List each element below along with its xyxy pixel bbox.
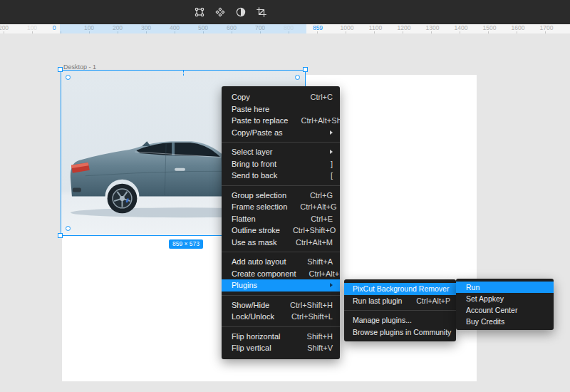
corner-radius-handle-top-left[interactable] bbox=[66, 75, 71, 80]
menu-item-create-component[interactable]: Create componentCtrl+Alt+K bbox=[222, 268, 340, 280]
plugins-submenu: PixCut Background RemoverRun last plugin… bbox=[344, 279, 456, 341]
menu-item-label: Browse plugins in Community bbox=[353, 326, 451, 339]
menu-item-run-last-plugin[interactable]: Run last pluginCtrl+Alt+P bbox=[344, 295, 456, 307]
menu-item-add-auto-layout[interactable]: Add auto layoutShift+A bbox=[222, 256, 340, 268]
menu-item-paste-here[interactable]: Paste here bbox=[222, 103, 340, 115]
menu-item-shortcut: Shift+V bbox=[307, 342, 333, 354]
menu-item-flip-vertical[interactable]: Flip verticalShift+V bbox=[222, 342, 340, 354]
menu-item-run[interactable]: Run bbox=[456, 282, 554, 293]
selection-handle-bottom-left[interactable] bbox=[58, 233, 63, 238]
menu-item-flatten[interactable]: FlattenCtrl+E bbox=[222, 213, 340, 225]
ruler-label: 1000 bbox=[341, 25, 354, 31]
menu-separator bbox=[222, 142, 340, 143]
menu-separator bbox=[222, 252, 340, 252]
ruler-label: 500 bbox=[198, 25, 208, 31]
menu-item-label: Set Appkey bbox=[466, 293, 546, 304]
top-midpoint-marker bbox=[183, 71, 184, 76]
ruler-label: 859 bbox=[313, 25, 323, 31]
menu-item-label: Paste here bbox=[232, 103, 333, 115]
menu-item-label: Plugins bbox=[232, 279, 321, 292]
mask-icon[interactable] bbox=[235, 6, 247, 18]
horizontal-ruler: 2001000100200300400500600700800859100011… bbox=[0, 24, 570, 33]
ruler-label: 200 bbox=[0, 25, 9, 31]
menu-item-shortcut: Ctrl+G bbox=[310, 190, 333, 202]
ruler-label: 300 bbox=[141, 25, 151, 31]
selection-handle-top-right[interactable] bbox=[303, 67, 308, 72]
menu-item-paste-to-replace[interactable]: Paste to replaceCtrl+Alt+Shift+V bbox=[222, 115, 340, 127]
menu-item-select-layer[interactable]: Select layer bbox=[222, 146, 340, 158]
menu-item-label: Copy bbox=[232, 91, 298, 103]
menu-item-label: Show/Hide bbox=[232, 299, 277, 311]
menu-item-shortcut: Ctrl+Shift+L bbox=[291, 311, 333, 323]
menu-item-label: Send to back bbox=[232, 170, 318, 182]
menu-item-manage-plugins[interactable]: Manage plugins... bbox=[344, 314, 456, 326]
submenu-arrow-icon bbox=[330, 130, 333, 135]
edit-object-icon[interactable] bbox=[194, 6, 205, 18]
menu-item-set-appkey[interactable]: Set Appkey bbox=[456, 293, 554, 304]
menu-item-buy-credits[interactable]: Buy Credits bbox=[456, 316, 554, 327]
menu-item-label: Account Center bbox=[466, 304, 546, 316]
ruler-label: 1100 bbox=[369, 25, 382, 31]
menu-item-label: Run bbox=[466, 282, 546, 293]
menu-item-show-hide[interactable]: Show/HideCtrl+Shift+H bbox=[222, 299, 340, 311]
menu-item-label: Use as mask bbox=[232, 237, 283, 249]
menu-item-frame-selection[interactable]: Frame selectionCtrl+Alt+G bbox=[222, 201, 340, 213]
menu-item-label: Bring to front bbox=[232, 158, 318, 170]
submenu-arrow-icon bbox=[330, 283, 333, 287]
menu-item-copy[interactable]: CopyCtrl+C bbox=[222, 91, 340, 103]
menu-separator bbox=[344, 310, 456, 311]
ruler-label: 1400 bbox=[455, 25, 468, 31]
menu-item-pixcut-background-remover[interactable]: PixCut Background Remover bbox=[344, 283, 456, 295]
menu-item-label: Outline stroke bbox=[232, 225, 280, 237]
corner-radius-handle-bottom-left[interactable] bbox=[66, 226, 71, 231]
menu-item-label: Add auto layout bbox=[232, 256, 294, 268]
menu-item-shortcut: Shift+H bbox=[307, 331, 333, 343]
menu-item-copy-paste-as[interactable]: Copy/Paste as bbox=[222, 127, 340, 139]
menu-item-plugins[interactable]: Plugins bbox=[222, 279, 340, 292]
menu-item-label: Manage plugins... bbox=[353, 314, 450, 326]
menu-item-shortcut: Ctrl+Alt+G bbox=[300, 201, 336, 213]
menu-item-shortcut: Ctrl+Alt+P bbox=[416, 295, 450, 307]
ruler-label: 400 bbox=[170, 25, 180, 31]
menu-separator bbox=[222, 295, 340, 296]
corner-radius-handle-top-right[interactable] bbox=[295, 75, 300, 80]
menu-item-shortcut: [ bbox=[331, 170, 333, 182]
menu-item-outline-stroke[interactable]: Outline strokeCtrl+Shift+O bbox=[222, 225, 340, 237]
menu-separator bbox=[222, 326, 340, 327]
menu-item-shortcut: Ctrl+Shift+O bbox=[293, 225, 336, 237]
component-icon[interactable] bbox=[214, 6, 226, 18]
menu-item-label: Group selection bbox=[232, 190, 297, 202]
menu-item-label: Select layer bbox=[232, 146, 321, 158]
menu-item-lock-unlock[interactable]: Lock/UnlockCtrl+Shift+L bbox=[222, 311, 340, 323]
menu-item-send-to-back[interactable]: Send to back[ bbox=[222, 170, 340, 182]
selection-handle-top-left[interactable] bbox=[58, 67, 63, 72]
menu-item-flip-horizontal[interactable]: Flip horizontalShift+H bbox=[222, 331, 340, 343]
menu-item-label: PixCut Background Remover bbox=[353, 283, 449, 295]
top-toolbar bbox=[0, 0, 570, 24]
menu-item-account-center[interactable]: Account Center bbox=[456, 304, 554, 316]
ruler-label: 100 bbox=[84, 25, 94, 31]
menu-item-browse-plugins-in-community[interactable]: Browse plugins in Community bbox=[344, 326, 456, 339]
size-badge: 859 × 573 bbox=[169, 239, 203, 249]
menu-item-label: Copy/Paste as bbox=[232, 127, 321, 139]
menu-item-shortcut: ] bbox=[331, 158, 333, 170]
ruler-label: 1600 bbox=[512, 25, 525, 31]
ruler-label: 800 bbox=[284, 25, 294, 31]
menu-item-label: Flip horizontal bbox=[232, 331, 294, 343]
menu-item-shortcut: Ctrl+Alt+Shift+V bbox=[301, 115, 341, 127]
ruler-label: 600 bbox=[227, 25, 237, 31]
pixcut-submenu: RunSet AppkeyAccount CenterBuy Credits bbox=[456, 279, 554, 330]
menu-item-label: Create component bbox=[232, 268, 296, 280]
menu-item-bring-to-front[interactable]: Bring to front] bbox=[222, 158, 340, 170]
ruler-label: 1200 bbox=[398, 25, 411, 31]
menu-item-use-as-mask[interactable]: Use as maskCtrl+Alt+M bbox=[222, 237, 340, 249]
ruler-label: 200 bbox=[113, 25, 123, 31]
menu-item-label: Flatten bbox=[232, 213, 298, 225]
menu-item-shortcut: Ctrl+E bbox=[311, 213, 333, 225]
menu-item-label: Buy Credits bbox=[466, 316, 546, 327]
ruler-label: 100 bbox=[27, 25, 37, 31]
menu-item-group-selection[interactable]: Group selectionCtrl+G bbox=[222, 190, 340, 202]
menu-item-shortcut: Ctrl+C bbox=[311, 91, 333, 103]
crop-icon[interactable] bbox=[256, 6, 267, 18]
menu-item-label: Frame selection bbox=[232, 201, 287, 213]
